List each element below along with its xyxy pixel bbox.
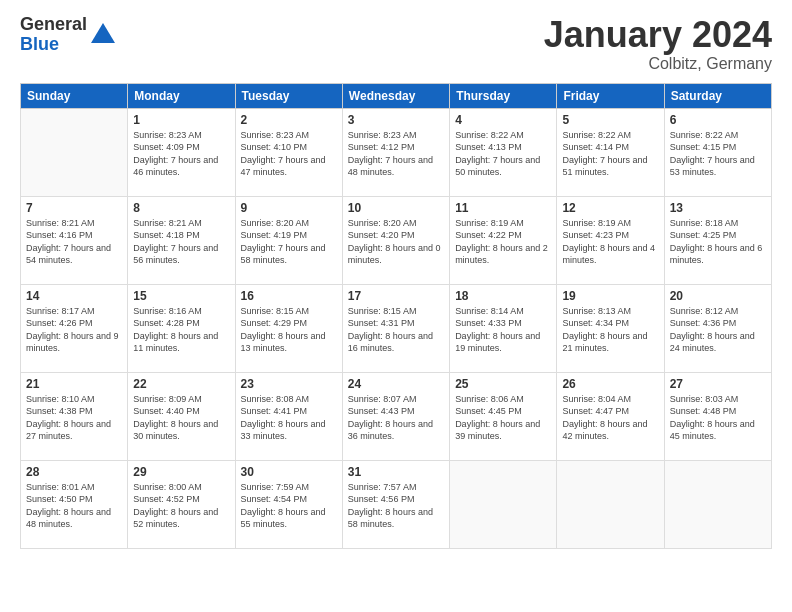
calendar-cell: 20Sunrise: 8:12 AMSunset: 4:36 PMDayligh… [664, 284, 771, 372]
calendar-cell: 3Sunrise: 8:23 AMSunset: 4:12 PMDaylight… [342, 108, 449, 196]
calendar-cell: 11Sunrise: 8:19 AMSunset: 4:22 PMDayligh… [450, 196, 557, 284]
header-sunday: Sunday [21, 83, 128, 108]
header: General Blue January 2024 Colbitz, Germa… [20, 15, 772, 73]
day-info: Sunrise: 8:21 AMSunset: 4:16 PMDaylight:… [26, 217, 122, 267]
calendar-cell: 14Sunrise: 8:17 AMSunset: 4:26 PMDayligh… [21, 284, 128, 372]
day-number: 29 [133, 465, 229, 479]
day-info: Sunrise: 8:10 AMSunset: 4:38 PMDaylight:… [26, 393, 122, 443]
calendar-cell [557, 460, 664, 548]
calendar-cell: 18Sunrise: 8:14 AMSunset: 4:33 PMDayligh… [450, 284, 557, 372]
day-info: Sunrise: 8:20 AMSunset: 4:19 PMDaylight:… [241, 217, 337, 267]
day-info: Sunrise: 8:22 AMSunset: 4:13 PMDaylight:… [455, 129, 551, 179]
day-number: 11 [455, 201, 551, 215]
day-number: 28 [26, 465, 122, 479]
logo-blue-text: Blue [20, 35, 87, 55]
day-number: 27 [670, 377, 766, 391]
calendar-cell: 13Sunrise: 8:18 AMSunset: 4:25 PMDayligh… [664, 196, 771, 284]
calendar-cell: 27Sunrise: 8:03 AMSunset: 4:48 PMDayligh… [664, 372, 771, 460]
calendar-week-3: 21Sunrise: 8:10 AMSunset: 4:38 PMDayligh… [21, 372, 772, 460]
calendar-cell: 4Sunrise: 8:22 AMSunset: 4:13 PMDaylight… [450, 108, 557, 196]
day-number: 3 [348, 113, 444, 127]
header-friday: Friday [557, 83, 664, 108]
logo-general-text: General [20, 15, 87, 35]
day-number: 25 [455, 377, 551, 391]
day-info: Sunrise: 8:18 AMSunset: 4:25 PMDaylight:… [670, 217, 766, 267]
calendar-week-0: 1Sunrise: 8:23 AMSunset: 4:09 PMDaylight… [21, 108, 772, 196]
header-thursday: Thursday [450, 83, 557, 108]
header-row: Sunday Monday Tuesday Wednesday Thursday… [21, 83, 772, 108]
calendar-cell: 16Sunrise: 8:15 AMSunset: 4:29 PMDayligh… [235, 284, 342, 372]
calendar-cell: 2Sunrise: 8:23 AMSunset: 4:10 PMDaylight… [235, 108, 342, 196]
calendar-week-2: 14Sunrise: 8:17 AMSunset: 4:26 PMDayligh… [21, 284, 772, 372]
day-info: Sunrise: 8:21 AMSunset: 4:18 PMDaylight:… [133, 217, 229, 267]
day-number: 9 [241, 201, 337, 215]
day-info: Sunrise: 8:23 AMSunset: 4:12 PMDaylight:… [348, 129, 444, 179]
calendar-table: Sunday Monday Tuesday Wednesday Thursday… [20, 83, 772, 549]
location-subtitle: Colbitz, Germany [544, 55, 772, 73]
calendar-week-4: 28Sunrise: 8:01 AMSunset: 4:50 PMDayligh… [21, 460, 772, 548]
header-tuesday: Tuesday [235, 83, 342, 108]
calendar-cell: 23Sunrise: 8:08 AMSunset: 4:41 PMDayligh… [235, 372, 342, 460]
calendar-cell: 22Sunrise: 8:09 AMSunset: 4:40 PMDayligh… [128, 372, 235, 460]
day-info: Sunrise: 8:20 AMSunset: 4:20 PMDaylight:… [348, 217, 444, 267]
day-number: 13 [670, 201, 766, 215]
calendar-cell: 7Sunrise: 8:21 AMSunset: 4:16 PMDaylight… [21, 196, 128, 284]
calendar-header: Sunday Monday Tuesday Wednesday Thursday… [21, 83, 772, 108]
calendar-cell: 6Sunrise: 8:22 AMSunset: 4:15 PMDaylight… [664, 108, 771, 196]
calendar-cell [664, 460, 771, 548]
day-number: 18 [455, 289, 551, 303]
day-number: 22 [133, 377, 229, 391]
calendar-cell: 29Sunrise: 8:00 AMSunset: 4:52 PMDayligh… [128, 460, 235, 548]
day-number: 12 [562, 201, 658, 215]
day-info: Sunrise: 8:23 AMSunset: 4:10 PMDaylight:… [241, 129, 337, 179]
title-section: January 2024 Colbitz, Germany [544, 15, 772, 73]
day-info: Sunrise: 7:59 AMSunset: 4:54 PMDaylight:… [241, 481, 337, 531]
day-info: Sunrise: 8:15 AMSunset: 4:31 PMDaylight:… [348, 305, 444, 355]
day-number: 31 [348, 465, 444, 479]
day-number: 16 [241, 289, 337, 303]
page: General Blue January 2024 Colbitz, Germa… [0, 0, 792, 612]
day-info: Sunrise: 8:22 AMSunset: 4:14 PMDaylight:… [562, 129, 658, 179]
day-info: Sunrise: 8:06 AMSunset: 4:45 PMDaylight:… [455, 393, 551, 443]
svg-marker-0 [91, 23, 115, 43]
logo-icon [91, 23, 115, 43]
month-title: January 2024 [544, 15, 772, 55]
day-info: Sunrise: 8:14 AMSunset: 4:33 PMDaylight:… [455, 305, 551, 355]
day-number: 15 [133, 289, 229, 303]
calendar-cell: 24Sunrise: 8:07 AMSunset: 4:43 PMDayligh… [342, 372, 449, 460]
day-number: 17 [348, 289, 444, 303]
calendar-cell: 10Sunrise: 8:20 AMSunset: 4:20 PMDayligh… [342, 196, 449, 284]
day-number: 6 [670, 113, 766, 127]
day-info: Sunrise: 8:09 AMSunset: 4:40 PMDaylight:… [133, 393, 229, 443]
day-info: Sunrise: 8:17 AMSunset: 4:26 PMDaylight:… [26, 305, 122, 355]
day-info: Sunrise: 8:13 AMSunset: 4:34 PMDaylight:… [562, 305, 658, 355]
day-info: Sunrise: 8:12 AMSunset: 4:36 PMDaylight:… [670, 305, 766, 355]
calendar-cell [450, 460, 557, 548]
header-wednesday: Wednesday [342, 83, 449, 108]
calendar-cell: 8Sunrise: 8:21 AMSunset: 4:18 PMDaylight… [128, 196, 235, 284]
calendar-cell: 5Sunrise: 8:22 AMSunset: 4:14 PMDaylight… [557, 108, 664, 196]
day-number: 2 [241, 113, 337, 127]
day-number: 7 [26, 201, 122, 215]
day-number: 30 [241, 465, 337, 479]
day-number: 21 [26, 377, 122, 391]
header-monday: Monday [128, 83, 235, 108]
day-number: 1 [133, 113, 229, 127]
day-info: Sunrise: 8:19 AMSunset: 4:23 PMDaylight:… [562, 217, 658, 267]
day-info: Sunrise: 8:00 AMSunset: 4:52 PMDaylight:… [133, 481, 229, 531]
day-info: Sunrise: 8:22 AMSunset: 4:15 PMDaylight:… [670, 129, 766, 179]
day-number: 8 [133, 201, 229, 215]
calendar-body: 1Sunrise: 8:23 AMSunset: 4:09 PMDaylight… [21, 108, 772, 548]
calendar-cell: 12Sunrise: 8:19 AMSunset: 4:23 PMDayligh… [557, 196, 664, 284]
calendar-cell: 15Sunrise: 8:16 AMSunset: 4:28 PMDayligh… [128, 284, 235, 372]
calendar-cell: 19Sunrise: 8:13 AMSunset: 4:34 PMDayligh… [557, 284, 664, 372]
day-number: 20 [670, 289, 766, 303]
day-info: Sunrise: 8:19 AMSunset: 4:22 PMDaylight:… [455, 217, 551, 267]
calendar-cell: 9Sunrise: 8:20 AMSunset: 4:19 PMDaylight… [235, 196, 342, 284]
day-info: Sunrise: 8:16 AMSunset: 4:28 PMDaylight:… [133, 305, 229, 355]
calendar-cell: 1Sunrise: 8:23 AMSunset: 4:09 PMDaylight… [128, 108, 235, 196]
calendar-cell: 25Sunrise: 8:06 AMSunset: 4:45 PMDayligh… [450, 372, 557, 460]
calendar-cell: 17Sunrise: 8:15 AMSunset: 4:31 PMDayligh… [342, 284, 449, 372]
day-info: Sunrise: 8:08 AMSunset: 4:41 PMDaylight:… [241, 393, 337, 443]
day-info: Sunrise: 8:03 AMSunset: 4:48 PMDaylight:… [670, 393, 766, 443]
